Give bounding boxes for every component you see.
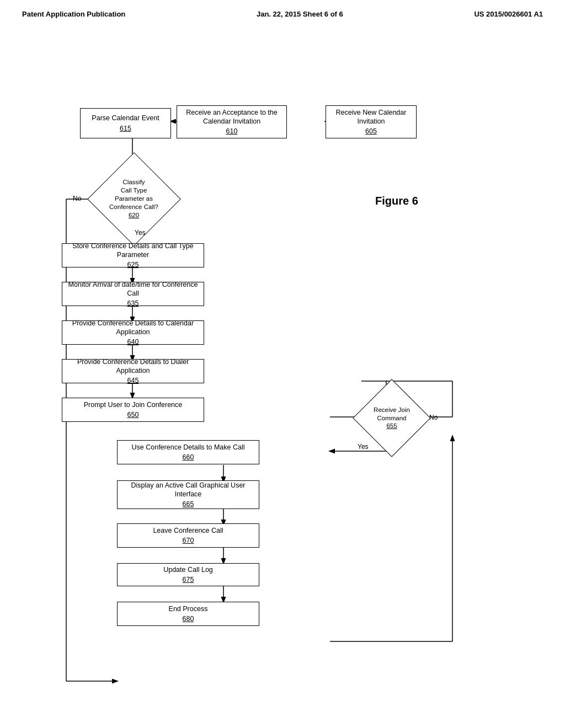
- monitor-box: Monitor Arrival of date/time for Confere…: [62, 282, 204, 306]
- classify-yes-label: Yes: [135, 229, 146, 237]
- receive-new-ref: 605: [365, 127, 377, 136]
- receive-acceptance-ref: 610: [226, 127, 238, 136]
- prompt-label: Prompt User to Join Conference: [84, 400, 183, 409]
- page-header: Patent Application Publication Jan. 22, …: [0, 0, 565, 24]
- update-log-ref: 675: [183, 575, 194, 584]
- provide-calendar-box: Provide Conference Details to Calendar A…: [62, 320, 204, 345]
- display-gui-box: Display an Active Call Graphical User In…: [117, 480, 259, 509]
- use-conference-label: Use Conference Details to Make Call: [132, 443, 245, 452]
- classify-ref: 620: [109, 211, 158, 220]
- receive-join-ref: 655: [374, 422, 410, 430]
- diagram-area: Parse Calendar Event 615 Receive an Acce…: [0, 24, 565, 713]
- monitor-ref: 635: [127, 299, 139, 308]
- end-process-ref: 680: [183, 614, 194, 623]
- leave-ref: 670: [183, 536, 194, 545]
- prompt-ref: 650: [127, 410, 139, 419]
- parse-label: Parse Calendar Event: [92, 114, 159, 122]
- update-log-box: Update Call Log 675: [117, 563, 259, 586]
- end-process-box: End Process 680: [117, 602, 259, 626]
- store-box: Store Conference Details and Call Type P…: [62, 243, 204, 267]
- receive-join-diamond: Receive JoinCommand 655: [356, 390, 428, 446]
- provide-calendar-label: Provide Conference Details to Calendar A…: [68, 319, 198, 337]
- parse-ref: 615: [120, 124, 131, 133]
- header-right: US 2015/0026601 A1: [474, 10, 543, 18]
- receive-new-box: Receive New Calendar Invitation 605: [326, 105, 417, 138]
- leave-label: Leave Conference Call: [153, 526, 223, 535]
- join-no-label: No: [429, 414, 438, 421]
- use-conference-box: Use Conference Details to Make Call 660: [117, 440, 259, 464]
- receive-acceptance-box: Receive an Acceptance to the Calendar In…: [177, 105, 287, 138]
- receive-acceptance-label: Receive an Acceptance to the Calendar In…: [183, 108, 281, 126]
- leave-box: Leave Conference Call 670: [117, 523, 259, 548]
- classify-diamond: ClassifyCall TypeParameter asConference …: [86, 167, 182, 231]
- provide-calendar-ref: 640: [127, 338, 139, 346]
- display-gui-label: Display an Active Call Graphical User In…: [123, 481, 253, 499]
- display-gui-ref: 665: [183, 500, 194, 508]
- header-middle: Jan. 22, 2015 Sheet 6 of 6: [257, 10, 343, 18]
- monitor-label: Monitor Arrival of date/time for Confere…: [68, 280, 198, 298]
- end-process-label: End Process: [169, 604, 208, 613]
- store-label: Store Conference Details and Call Type P…: [68, 242, 198, 260]
- provide-dialer-box: Provide Conference Details to Dialer App…: [62, 359, 204, 383]
- update-log-label: Update Call Log: [163, 565, 213, 574]
- join-yes-label: Yes: [358, 443, 369, 451]
- prompt-box: Prompt User to Join Conference 650: [62, 398, 204, 422]
- figure-label: Figure 6: [375, 195, 418, 207]
- provide-dialer-label: Provide Conference Details to Dialer App…: [68, 357, 198, 376]
- classify-no-label: No: [73, 195, 81, 202]
- store-ref: 625: [127, 260, 139, 269]
- parse-calendar-event-box: Parse Calendar Event 615: [80, 108, 171, 138]
- use-conference-ref: 660: [183, 453, 194, 462]
- provide-dialer-ref: 645: [127, 376, 139, 385]
- receive-new-label: Receive New Calendar Invitation: [332, 108, 411, 126]
- header-left: Patent Application Publication: [22, 10, 125, 18]
